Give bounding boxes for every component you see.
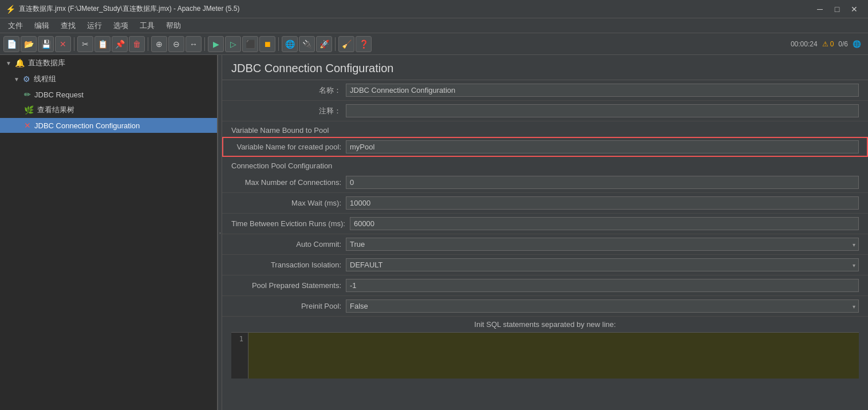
save-button[interactable]: 💾: [38, 36, 54, 52]
content-area: JDBC Connection Configuration 名称： 注释： Va…: [222, 55, 868, 410]
sidebar-item-root[interactable]: ▼ 🔔 直连数据库: [0, 55, 217, 71]
maximize-button[interactable]: □: [829, 3, 845, 15]
panel-title: JDBC Connection Configuration: [231, 62, 394, 74]
view-results-label: 查看结果树: [37, 105, 74, 115]
clear-button[interactable]: 🧹: [338, 36, 354, 52]
threadgroup-label: 线程组: [34, 74, 56, 84]
menu-options[interactable]: 选项: [109, 19, 133, 32]
comment-label: 注释：: [231, 106, 346, 116]
toolbar: 📄 📂 💾 ✕ ✂ 📋 📌 🗑 ⊕ ⊖ ↔ ▶ ▷ ⬛ ⏹ 🌐 🔌 🚀 🧹 ❓ …: [0, 33, 868, 55]
form-area: 名称： 注释： Variable Name Bound to Pool Vari…: [222, 80, 868, 379]
variable-name-label: Variable Name for created pool:: [231, 143, 346, 151]
auto-commit-select[interactable]: True False: [346, 238, 859, 251]
toolbar-buttons: 📄 📂 💾 ✕ ✂ 📋 📌 🗑 ⊕ ⊖ ↔ ▶ ▷ ⬛ ⏹ 🌐 🔌 🚀 🧹 ❓: [3, 36, 372, 52]
menu-edit[interactable]: 编辑: [30, 19, 54, 32]
separator-3: [204, 37, 205, 51]
sidebar: ▼ 🔔 直连数据库 ▼ ⚙ 线程组 ✏ JDBC Request 🌿 查看结果树…: [0, 55, 218, 410]
eviction-label: Time Between Eviction Runs (ms):: [231, 219, 350, 228]
menu-file[interactable]: 文件: [3, 19, 27, 32]
separator-1: [74, 37, 74, 51]
warning-icon: ⚠: [822, 40, 828, 48]
max-wait-label: Max Wait (ms):: [231, 199, 346, 207]
max-connections-input[interactable]: [346, 176, 859, 189]
auto-commit-row: Auto Commit: True False ▾: [222, 234, 868, 255]
start-button[interactable]: ▶: [208, 36, 224, 52]
sidebar-item-jdbc-request[interactable]: ✏ JDBC Request: [0, 87, 217, 102]
sql-editor-container: 1: [231, 333, 859, 379]
max-wait-input[interactable]: [346, 196, 859, 210]
max-connections-row: Max Number of Connections:: [222, 172, 868, 193]
sidebar-item-jdbc-config[interactable]: ✕ JDBC Connection Configuration: [0, 118, 217, 133]
separator-2: [148, 37, 148, 51]
sidebar-item-view-results[interactable]: 🌿 查看结果树: [0, 102, 217, 118]
eviction-input[interactable]: [350, 217, 859, 230]
menu-tools[interactable]: 工具: [135, 19, 159, 32]
collapse-icon-threadgroup: ▼: [14, 76, 19, 82]
line-number-1: 1: [236, 335, 243, 343]
sidebar-item-threadgroup[interactable]: ▼ ⚙ 线程组: [0, 71, 217, 87]
collapse-icon-root: ▼: [6, 60, 11, 66]
remote-exit-button[interactable]: 🚀: [316, 36, 332, 52]
jdbc-config-label: JDBC Connection Configuration: [34, 121, 140, 130]
sql-section: Init SQL statements separated by new lin…: [222, 317, 868, 379]
menu-bar: 文件 编辑 查找 运行 选项 工具 帮助: [0, 18, 868, 33]
collapse-button[interactable]: ⊖: [168, 36, 184, 52]
comment-row: 注释：: [222, 101, 868, 121]
preinit-select[interactable]: False True: [346, 299, 859, 313]
transaction-wrapper: DEFAULT TRANSACTION_NONE TRANSACTION_REA…: [346, 258, 859, 271]
help-button[interactable]: ❓: [356, 36, 372, 52]
app-icon: ⚡: [6, 5, 15, 14]
timer-display: 00:00:24: [791, 40, 818, 48]
new-button[interactable]: 📄: [3, 36, 19, 52]
transaction-select[interactable]: DEFAULT TRANSACTION_NONE TRANSACTION_REA…: [346, 258, 859, 271]
pool-prepared-row: Pool Prepared Statements:: [222, 275, 868, 296]
preinit-wrapper: False True ▾: [346, 299, 859, 313]
name-row: 名称：: [222, 80, 868, 101]
remote-stop-button[interactable]: 🔌: [299, 36, 315, 52]
auto-commit-wrapper: True False ▾: [346, 238, 859, 251]
close-button[interactable]: ✕: [846, 3, 862, 15]
jdbc-request-icon: ✏: [24, 90, 31, 99]
close-plan-button[interactable]: ✕: [55, 36, 71, 52]
remote-start-button[interactable]: 🌐: [282, 36, 298, 52]
max-wait-row: Max Wait (ms):: [222, 193, 868, 214]
variable-name-input[interactable]: [346, 140, 859, 153]
sql-editor[interactable]: [248, 333, 859, 379]
menu-run[interactable]: 运行: [82, 19, 106, 32]
main-layout: ▼ 🔔 直连数据库 ▼ ⚙ 线程组 ✏ JDBC Request 🌿 查看结果树…: [0, 55, 868, 410]
stop-button[interactable]: ⬛: [242, 36, 258, 52]
title-bar-left: ⚡ 直连数据库.jmx (F:\JMeter_Study\直连数据库.jmx) …: [6, 4, 239, 14]
minimize-button[interactable]: ─: [812, 3, 828, 15]
max-connections-label: Max Number of Connections:: [231, 178, 346, 187]
panel-header: JDBC Connection Configuration: [222, 55, 868, 80]
transaction-row: Transaction Isolation: DEFAULT TRANSACTI…: [222, 255, 868, 275]
open-button[interactable]: 📂: [21, 36, 37, 52]
paste-button[interactable]: 📌: [112, 36, 128, 52]
pool-prepared-input[interactable]: [346, 279, 859, 292]
expand-button[interactable]: ⊕: [151, 36, 167, 52]
menu-help[interactable]: 帮助: [161, 19, 186, 32]
line-numbers: 1: [231, 333, 248, 379]
title-bar: ⚡ 直连数据库.jmx (F:\JMeter_Study\直连数据库.jmx) …: [0, 0, 868, 18]
delete-button[interactable]: 🗑: [129, 36, 145, 52]
toolbar-right: 00:00:24 ⚠ 0 0/6 🌐: [791, 40, 865, 48]
network-icon: 🌐: [853, 40, 861, 48]
jdbc-request-label: JDBC Request: [34, 90, 84, 99]
view-results-icon: 🌿: [24, 105, 34, 115]
start-no-pause-button[interactable]: ▷: [225, 36, 241, 52]
separator-5: [335, 37, 336, 51]
name-input[interactable]: [346, 84, 859, 97]
shutdown-button[interactable]: ⏹: [259, 36, 275, 52]
variable-section-title: Variable Name Bound to Pool: [222, 121, 868, 137]
auto-commit-label: Auto Commit:: [231, 240, 346, 249]
root-icon: 🔔: [15, 58, 25, 68]
cut-button[interactable]: ✂: [77, 36, 93, 52]
warning-count: 0: [830, 40, 834, 48]
name-label: 名称：: [231, 85, 346, 96]
toggle-button[interactable]: ↔: [186, 36, 202, 52]
copy-button[interactable]: 📋: [94, 36, 111, 52]
comment-input[interactable]: [346, 104, 859, 117]
threadgroup-icon: ⚙: [23, 74, 30, 84]
resize-handle[interactable]: ···: [218, 55, 222, 410]
menu-find[interactable]: 查找: [56, 19, 80, 32]
